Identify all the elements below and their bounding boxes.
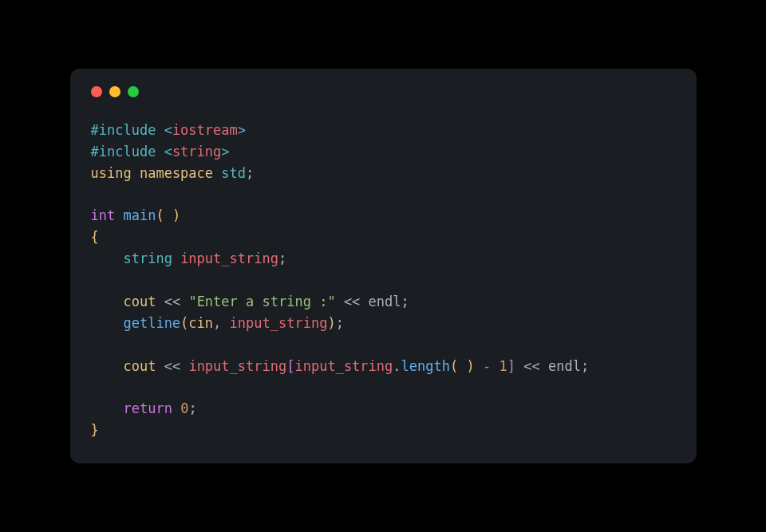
- code-token: ]: [507, 358, 515, 374]
- code-token: >: [238, 122, 246, 138]
- code-token: ): [466, 358, 474, 374]
- code-token: namespace: [140, 165, 213, 181]
- code-token: <<: [344, 294, 360, 309]
- code-token: cin: [188, 315, 213, 331]
- code-token: [515, 358, 523, 374]
- close-icon[interactable]: [91, 86, 102, 97]
- code-token: #include: [91, 144, 164, 160]
- code-line: [91, 270, 676, 291]
- code-token: return: [123, 400, 172, 416]
- code-window: #include <iostream>#include <string>usin…: [70, 69, 697, 463]
- code-token: 1: [499, 358, 507, 374]
- code-token: ;: [278, 250, 286, 266]
- code-token: [91, 400, 124, 416]
- code-line: [91, 376, 676, 398]
- code-token: cout: [123, 358, 156, 374]
- code-token: length: [401, 358, 450, 374]
- code-token: input_string: [230, 315, 328, 331]
- code-token: endl: [369, 294, 401, 309]
- code-line: cout << input_string[input_string.length…: [91, 356, 676, 377]
- minimize-icon[interactable]: [109, 86, 120, 97]
- code-token: iostream: [172, 122, 238, 138]
- code-token: input_string: [180, 250, 278, 266]
- code-token: int: [91, 207, 116, 223]
- code-token: main: [123, 207, 156, 223]
- zoom-icon[interactable]: [128, 86, 139, 97]
- code-token: <: [164, 144, 172, 160]
- code-token: [91, 315, 124, 331]
- code-line: }: [91, 420, 676, 441]
- code-line: #include <iostream>: [91, 120, 676, 141]
- code-line: getline(cin, input_string);: [91, 313, 676, 334]
- code-token: [91, 294, 124, 309]
- code-token: using: [91, 165, 132, 181]
- code-token: ;: [336, 315, 344, 331]
- code-token: ): [327, 315, 335, 331]
- code-token: [156, 358, 164, 374]
- window-titlebar: [91, 86, 676, 97]
- code-token: std: [221, 165, 246, 181]
- code-token: [115, 207, 123, 223]
- code-line: string input_string;: [91, 248, 676, 270]
- code-token: -: [483, 358, 491, 374]
- code-line: return 0;: [91, 398, 676, 420]
- code-line: int main( ): [91, 205, 676, 227]
- code-token: >: [221, 144, 229, 160]
- code-token: ): [172, 207, 180, 223]
- code-token: [458, 358, 466, 374]
- code-token: string: [172, 144, 221, 160]
- code-token: [: [286, 358, 294, 374]
- code-token: <<: [164, 294, 180, 309]
- code-token: (: [180, 315, 188, 331]
- code-token: [540, 358, 548, 374]
- code-token: input_string: [188, 358, 286, 374]
- code-token: [156, 294, 164, 309]
- code-token: [336, 294, 344, 309]
- code-token: [475, 358, 483, 374]
- code-line: {: [91, 227, 676, 248]
- code-line: using namespace std;: [91, 163, 676, 184]
- code-token: 0: [180, 400, 188, 416]
- code-token: input_string: [294, 358, 393, 374]
- code-token: cout: [123, 294, 156, 309]
- code-line: #include <string>: [91, 141, 676, 163]
- code-token: }: [91, 422, 99, 438]
- code-token: {: [91, 229, 99, 245]
- code-token: [91, 358, 124, 374]
- code-token: [180, 294, 188, 309]
- code-token: <<: [164, 358, 180, 374]
- code-token: [172, 250, 180, 266]
- code-token: (: [450, 358, 458, 374]
- code-token: ;: [581, 358, 589, 374]
- code-token: ;: [188, 400, 196, 416]
- code-token: [172, 400, 180, 416]
- code-token: [491, 358, 499, 374]
- code-line: [91, 334, 676, 356]
- code-token: ,: [213, 315, 229, 331]
- code-token: .: [393, 358, 401, 374]
- code-token: endl: [548, 358, 581, 374]
- code-block: #include <iostream>#include <string>usin…: [91, 120, 676, 441]
- code-token: [132, 165, 140, 181]
- code-line: cout << "Enter a string :" << endl;: [91, 291, 676, 313]
- code-token: <: [164, 122, 172, 138]
- code-token: ;: [401, 294, 409, 309]
- code-token: [180, 358, 188, 374]
- code-token: getline: [123, 315, 180, 331]
- code-token: ;: [246, 165, 254, 181]
- code-token: #include: [91, 122, 164, 138]
- code-token: string: [123, 250, 172, 266]
- code-token: [360, 294, 368, 309]
- code-token: (: [156, 207, 164, 223]
- code-line: [91, 184, 676, 206]
- code-token: <<: [523, 358, 539, 374]
- code-token: "Enter a string :": [188, 294, 335, 309]
- code-token: [164, 207, 172, 223]
- code-token: [213, 165, 221, 181]
- code-token: [91, 250, 124, 266]
